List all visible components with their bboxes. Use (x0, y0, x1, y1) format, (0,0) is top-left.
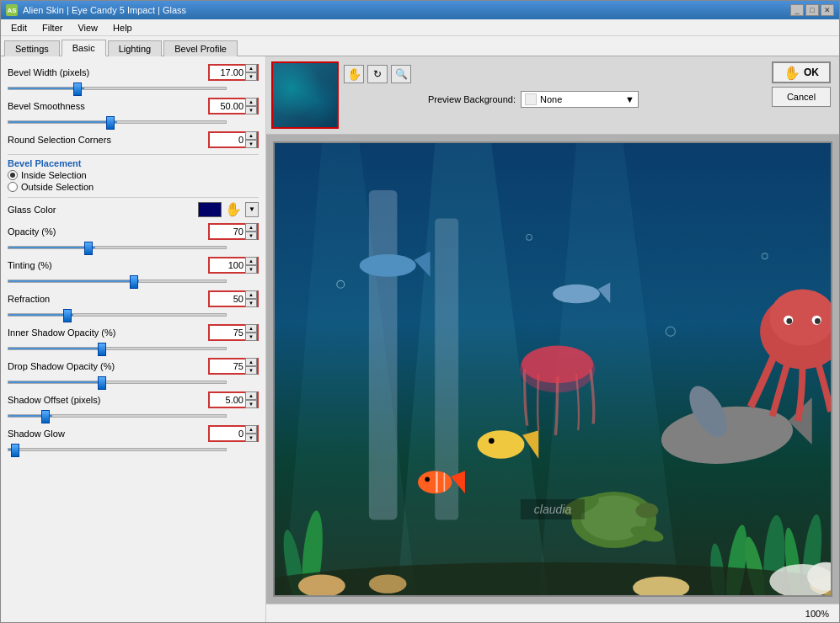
left-panel: Bevel Width (pixels) ▲ ▼ Bevel Smo (1, 56, 266, 622)
svg-point-35 (635, 503, 658, 518)
preview-canvas: claudia (273, 141, 832, 597)
opacity-up[interactable]: ▲ (245, 223, 257, 232)
outside-selection-row[interactable]: Outside Selection (8, 182, 259, 192)
content-area: Bevel Width (pixels) ▲ ▼ Bevel Smo (1, 56, 839, 622)
bevel-smoothness-input-box: ▲ ▼ (208, 98, 259, 114)
opacity-input[interactable] (210, 226, 245, 237)
shadow-glow-input-box: ▲ ▼ (208, 425, 259, 442)
shadow-glow-down[interactable]: ▼ (245, 434, 257, 442)
glass-color-swatch[interactable] (198, 202, 222, 217)
refraction-up[interactable]: ▲ (245, 290, 257, 299)
inner-shadow-slider-container (8, 347, 259, 350)
bevel-width-input-box: ▲ ▼ (208, 64, 259, 81)
bevel-smoothness-track[interactable] (8, 120, 227, 124)
inner-shadow-track[interactable] (8, 347, 227, 350)
refraction-down[interactable]: ▼ (245, 299, 257, 307)
shadow-glow-track[interactable] (8, 448, 227, 451)
shadow-glow-slider-container (8, 448, 259, 451)
cancel-button[interactable]: Cancel (772, 87, 831, 107)
tinting-up[interactable]: ▲ (245, 257, 257, 265)
minimize-button[interactable]: _ (790, 4, 804, 16)
refraction-spinner: ▲ ▼ (245, 290, 257, 307)
svg-point-26 (786, 318, 792, 324)
inside-selection-radio[interactable] (8, 170, 18, 180)
tab-basic[interactable]: Basic (62, 40, 106, 56)
svg-point-30 (478, 430, 525, 459)
inner-shadow-input[interactable] (210, 327, 245, 338)
zoom-level: 100% (805, 609, 829, 619)
drop-shadow-input[interactable] (210, 361, 245, 371)
close-button[interactable]: ✕ (821, 4, 834, 16)
bevel-width-spinner: ▲ ▼ (245, 64, 257, 81)
refraction-input-box: ▲ ▼ (208, 290, 259, 307)
glass-color-label: Glass Color (8, 205, 195, 215)
hand-tool-button[interactable]: ✋ (344, 65, 364, 83)
shadow-offset-up[interactable]: ▲ (245, 391, 257, 400)
refraction-label: Refraction (8, 294, 208, 304)
refraction-input[interactable] (210, 294, 245, 304)
svg-point-40 (425, 477, 430, 482)
inner-shadow-input-box: ▲ ▼ (208, 324, 259, 341)
preview-bg-select[interactable]: None ▼ (521, 91, 639, 108)
tab-lighting[interactable]: Lighting (108, 40, 163, 56)
rotate-tool-button[interactable]: ↻ (367, 65, 388, 83)
bevel-width-track[interactable] (8, 87, 227, 90)
menu-filter[interactable]: Filter (35, 21, 69, 35)
round-selection-spinner: ▲ ▼ (245, 131, 257, 148)
tinting-input[interactable] (210, 260, 245, 270)
tinting-track[interactable] (8, 280, 227, 283)
svg-point-38 (418, 471, 452, 493)
shadow-glow-row: Shadow Glow ▲ ▼ (8, 424, 259, 443)
inner-shadow-row: Inner Shadow Opacity (%) ▲ ▼ (8, 323, 259, 342)
opacity-row: Opacity (%) ▲ ▼ (8, 222, 259, 241)
round-selection-down[interactable]: ▼ (245, 140, 257, 148)
tinting-down[interactable]: ▼ (245, 265, 257, 274)
preview-bg-value: None (540, 94, 625, 104)
preview-bg-label: Preview Background: (428, 94, 516, 104)
glass-color-icon: ✋ (225, 201, 242, 217)
shadow-offset-input-box: ▲ ▼ (208, 391, 259, 408)
tab-bevel-profile[interactable]: Bevel Profile (163, 40, 238, 56)
svg-point-45 (553, 285, 600, 303)
bevel-width-down[interactable]: ▼ (245, 72, 257, 81)
tinting-label: Tinting (%) (8, 260, 208, 270)
bevel-width-input[interactable] (210, 67, 245, 77)
round-selection-up[interactable]: ▲ (245, 131, 257, 140)
round-selection-input[interactable] (210, 135, 245, 145)
menu-bar: Edit Filter View Help (1, 19, 839, 36)
shadow-glow-input[interactable] (210, 429, 245, 439)
bevel-placement-label: Bevel Placement (8, 158, 259, 168)
menu-edit[interactable]: Edit (4, 21, 34, 35)
bevel-width-label: Bevel Width (pixels) (8, 67, 208, 77)
glass-color-dropdown[interactable]: ▼ (245, 202, 259, 217)
inner-shadow-down[interactable]: ▼ (245, 333, 257, 341)
maximize-button[interactable]: □ (805, 4, 819, 16)
inner-shadow-up[interactable]: ▲ (245, 324, 257, 333)
ok-button[interactable]: ✋ OK (772, 61, 831, 83)
opacity-track[interactable] (8, 246, 227, 249)
preview-top-bar: ✋ ↻ 🔍 Preview Background: None ▼ (266, 56, 839, 135)
drop-shadow-down[interactable]: ▼ (245, 366, 257, 375)
inside-selection-row[interactable]: Inside Selection (8, 170, 259, 180)
outside-selection-radio[interactable] (8, 182, 18, 192)
bevel-smoothness-input[interactable] (210, 101, 245, 111)
bevel-smoothness-down[interactable]: ▼ (245, 106, 257, 114)
svg-rect-4 (369, 190, 398, 520)
refraction-track[interactable] (8, 313, 227, 317)
shadow-offset-down[interactable]: ▼ (245, 400, 257, 408)
menu-view[interactable]: View (71, 21, 104, 35)
drop-shadow-up[interactable]: ▲ (245, 358, 257, 366)
shadow-glow-up[interactable]: ▲ (245, 425, 257, 434)
drop-shadow-track[interactable] (8, 381, 227, 384)
zoom-tool-button[interactable]: 🔍 (391, 65, 411, 83)
bevel-smoothness-spinner: ▲ ▼ (245, 98, 257, 114)
bevel-width-slider-container (8, 87, 259, 90)
shadow-offset-track[interactable] (8, 414, 227, 418)
bevel-width-up[interactable]: ▲ (245, 64, 257, 72)
opacity-down[interactable]: ▼ (245, 232, 257, 240)
tab-settings[interactable]: Settings (4, 40, 60, 56)
opacity-slider-container (8, 246, 259, 249)
bevel-smoothness-up[interactable]: ▲ (245, 98, 257, 106)
shadow-offset-input[interactable] (210, 395, 245, 405)
menu-help[interactable]: Help (106, 21, 139, 35)
